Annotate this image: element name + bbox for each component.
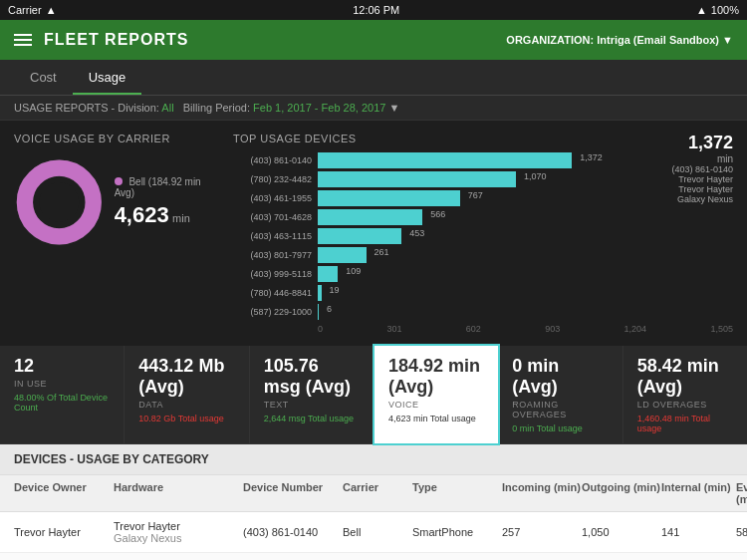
stat-label: LD OVERAGES [637,400,733,410]
stat-item: 443.12 Mb (Avg)DATA10.82 Gb Total usage [124,346,249,443]
bar-value: 566 [426,209,456,219]
bar-track: 261 [318,247,733,263]
hamburger-menu[interactable] [14,34,32,46]
bar-track: 767 [318,190,733,206]
stat-label: DATA [138,400,234,410]
wifi-icon: ▲ [46,4,57,16]
table-cell: 257 [502,526,582,538]
bar-label: (403) 801-7977 [233,250,318,260]
usage-reports-bar: USAGE REPORTS - Division: All Billing Pe… [0,96,747,121]
col-header-internal: Internal (min) [661,481,736,505]
donut-value: 4,623 [115,202,169,227]
table-row: Trevor HayterTrevor HayterGalaxy Nexus(4… [0,512,747,553]
stat-main: 12 [14,356,110,377]
table-cell: Trevor Hayter [14,526,114,538]
stat-item: 105.76 msg (Avg)TEXT2,644 msg Total usag… [250,346,374,443]
highlight-line2: Trevor Hayter [671,174,733,184]
tab-usage[interactable]: Usage [73,62,142,95]
highlight-line3: Trevor Hayter [671,184,733,194]
bar-fill [318,266,338,282]
col-header-owner: Device Owner [14,481,114,505]
bar-fill [318,209,422,225]
bar-fill [318,228,401,244]
tab-cost[interactable]: Cost [14,62,73,95]
col-header-evewkd: Eve/Wkd (min) [736,481,747,505]
stat-sub: 4,623 min Total usage [388,414,484,423]
org-label: ORGANIZATION: [506,34,594,46]
bar-track: 6 [318,304,733,320]
donut-section: VOICE USAGE BY CARRIER Bell (184.92 min … [14,133,213,334]
bar-section: TOP USAGE DEVICES (403) 861-01401,372(78… [233,133,733,334]
highlight-unit: min [671,153,733,164]
billing-value[interactable]: Feb 1, 2017 - Feb 28, 2017 [253,102,385,114]
svg-point-2 [39,182,79,222]
bar-label: (780) 446-8841 [233,288,318,298]
table-cell: 58 [736,526,747,538]
col-header-incoming: Incoming (min) [502,481,582,505]
stat-item: 12IN USE48.00% Of Total Device Count [0,346,124,443]
division-label: Division: [118,102,159,114]
stat-main: 0 min (Avg) [512,356,608,398]
donut-container: Bell (184.92 min Avg) 4,623 min [14,152,213,252]
donut-unit: min [172,212,190,224]
stat-label: VOICE [388,400,484,410]
bar-label: (403) 701-4628 [233,212,318,222]
bar-row: (780) 446-884119 [233,285,733,301]
app-header: FLEET REPORTS ORGANIZATION: Intriga (Ema… [0,20,747,60]
header-left: FLEET REPORTS [14,31,188,49]
table-col-headers: Device Owner Hardware Device Number Carr… [0,475,747,512]
tabs-container: Cost Usage [0,60,747,96]
table-body: Trevor HayterTrevor HayterGalaxy Nexus(4… [0,512,747,560]
highlight-number: 1,372 [671,133,733,153]
col-header-number: Device Number [243,481,343,505]
bar-track: 109 [318,266,733,282]
stat-label: IN USE [14,379,110,389]
stat-item: 58.42 min (Avg)LD OVERAGES1,460.48 min T… [623,346,747,443]
bar-value: 19 [326,285,356,295]
stat-sub: 0 min Total usage [512,423,608,433]
bar-fill [318,247,367,263]
bar-track: 19 [318,285,733,301]
bar-value: 1,372 [576,152,606,162]
bar-row: (403) 861-01401,372 [233,152,733,168]
org-display: ORGANIZATION: Intriga (Email Sandbox) ▼ [506,34,733,46]
status-left: Carrier ▲ [8,4,57,16]
bar-label: (780) 232-4482 [233,174,318,184]
battery-display: 100% [711,4,739,16]
stats-row: 12IN USE48.00% Of Total Device Count443.… [0,346,747,444]
signal-icon: ▲ [696,4,707,16]
bar-track: 453 [318,228,733,244]
table-cell: Trevor HayterGalaxy Nexus [114,520,243,544]
bar-fill [318,285,322,301]
donut-value-display: 4,623 min [115,202,213,228]
stat-item: 0 min (Avg)ROAMING OVERAGES0 min Total u… [498,346,622,443]
division-value[interactable]: All [161,102,173,114]
donut-legend: Bell (184.92 min Avg) [115,176,213,198]
axis-label: 602 [466,324,481,334]
bar-value: 109 [342,266,372,276]
table-cell: SmartPhone [412,526,502,538]
bar-highlight: 1,372 min (403) 861-0140 Trevor Hayter T… [671,133,733,204]
bar-fill [318,304,319,320]
bar-fill [318,190,460,206]
bar-value: 1,070 [520,171,550,181]
status-bar: Carrier ▲ 12:06 PM ▲ 100% [0,0,747,20]
stat-sub: 10.82 Gb Total usage [138,414,234,423]
bar-label: (403) 861-0140 [233,155,318,165]
bar-fill [318,152,572,168]
axis-label: 903 [545,324,560,334]
bar-value: 261 [371,247,400,257]
bar-row: (403) 999-5118109 [233,266,733,282]
bar-label: (587) 229-1000 [233,307,318,317]
stat-label: ROAMING OVERAGES [512,400,608,420]
donut-chart-svg [14,152,105,252]
highlight-line1: (403) 861-0140 [671,164,733,174]
col-header-outgoing: Outgoing (min) [582,481,661,505]
bar-value: 6 [323,304,353,314]
bar-chart: (403) 861-01401,372(780) 232-44821,070(4… [233,152,733,320]
bar-value: 453 [405,228,435,238]
bar-row: (403) 701-4628566 [233,209,733,225]
axis-label: 1,204 [624,324,647,334]
bar-track: 566 [318,209,733,225]
org-value: Intriga (Email Sandbox) [597,34,719,46]
